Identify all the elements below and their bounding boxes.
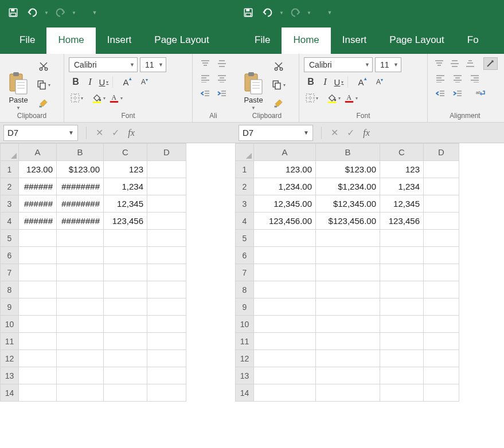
qat-customize-icon[interactable]: ▼ [321, 4, 338, 21]
cell[interactable] [316, 247, 380, 264]
cell[interactable] [147, 264, 186, 281]
redo-dropdown-icon[interactable]: ▼ [71, 4, 77, 21]
cell[interactable] [316, 333, 380, 350]
cell[interactable] [380, 281, 424, 298]
name-box[interactable]: D7▼ [3, 125, 78, 141]
column-header[interactable]: C [380, 144, 424, 161]
font-name-combo[interactable]: Calibri▼ [69, 57, 138, 72]
cancel-formula-button[interactable]: ✕ [326, 127, 342, 138]
cell[interactable] [424, 247, 459, 264]
cell[interactable] [104, 230, 147, 247]
column-header[interactable]: C [104, 144, 147, 161]
cell[interactable] [19, 264, 57, 281]
cell[interactable] [424, 367, 459, 384]
cell[interactable]: 12,345 [104, 195, 147, 213]
cell[interactable]: 12,345.00 [254, 195, 316, 213]
cell[interactable] [424, 264, 459, 281]
row-header[interactable]: 10 [1, 316, 19, 333]
select-all-corner[interactable] [1, 144, 19, 161]
cell[interactable] [380, 367, 424, 384]
cell[interactable] [424, 333, 459, 350]
row-header[interactable]: 5 [1, 230, 19, 247]
align-left-button[interactable] [432, 72, 448, 85]
tab-home[interactable]: Home [46, 27, 95, 54]
row-header[interactable]: 10 [236, 316, 254, 333]
cell[interactable] [380, 384, 424, 402]
cell[interactable] [147, 247, 186, 264]
row-header[interactable]: 11 [236, 333, 254, 350]
font-name-combo[interactable]: Calibri▼ [304, 57, 373, 72]
cut-button[interactable] [36, 60, 52, 73]
cell[interactable]: $123,456.00 [316, 213, 380, 230]
bold-button[interactable]: B [304, 76, 318, 88]
cell[interactable] [380, 247, 424, 264]
cell[interactable]: $1,234.00 [316, 178, 380, 195]
undo-dropdown-icon[interactable]: ▼ [44, 4, 49, 21]
cell[interactable] [104, 281, 147, 298]
fill-color-button[interactable]: ▾ [91, 92, 107, 104]
row-header[interactable]: 13 [236, 367, 254, 384]
align-middle-button[interactable] [448, 57, 462, 70]
tab-formulas-cut[interactable]: Fo [456, 27, 482, 54]
cell[interactable]: 123 [104, 161, 147, 178]
cell[interactable]: $123.00 [316, 161, 380, 178]
align-left-button[interactable] [197, 72, 213, 85]
row-header[interactable]: 9 [236, 298, 254, 316]
spreadsheet-grid-left[interactable]: ABCD 1123.00$123.001232##############1,2… [0, 143, 186, 402]
cut-button[interactable] [271, 60, 287, 73]
cell[interactable] [316, 264, 380, 281]
row-header[interactable]: 12 [236, 350, 254, 367]
cell[interactable] [19, 298, 57, 316]
cell[interactable]: $12,345.00 [316, 195, 380, 213]
cell[interactable] [316, 281, 380, 298]
font-size-combo[interactable]: 11▼ [140, 57, 166, 72]
insert-function-button[interactable]: fx [358, 128, 374, 138]
format-painter-button[interactable] [271, 97, 287, 109]
cell[interactable] [19, 281, 57, 298]
cell[interactable] [424, 195, 459, 213]
row-header[interactable]: 2 [236, 178, 254, 195]
cell[interactable] [147, 178, 186, 195]
redo-dropdown-icon[interactable]: ▼ [306, 4, 312, 21]
cell[interactable] [254, 281, 316, 298]
row-header[interactable]: 11 [1, 333, 19, 350]
cell[interactable]: ######## [57, 195, 104, 213]
cell[interactable] [104, 384, 147, 402]
cell[interactable] [424, 384, 459, 402]
cell[interactable] [104, 247, 147, 264]
cell[interactable] [316, 350, 380, 367]
cell[interactable] [19, 316, 57, 333]
cell[interactable] [424, 298, 459, 316]
cell[interactable]: 123.00 [19, 161, 57, 178]
tab-file[interactable]: File [243, 27, 282, 54]
row-header[interactable]: 4 [236, 213, 254, 230]
row-header[interactable]: 6 [1, 247, 19, 264]
cell[interactable] [104, 316, 147, 333]
row-header[interactable]: 3 [1, 195, 19, 213]
cell[interactable] [254, 350, 316, 367]
cell[interactable]: ######## [57, 178, 104, 195]
cell[interactable] [104, 367, 147, 384]
tab-insert[interactable]: Insert [331, 27, 378, 54]
cell[interactable]: 123,456.00 [254, 213, 316, 230]
tab-page-layout[interactable]: Page Layout [143, 27, 220, 54]
cell[interactable] [380, 350, 424, 367]
redo-button[interactable] [52, 4, 69, 21]
row-header[interactable]: 5 [236, 230, 254, 247]
cell[interactable] [57, 264, 104, 281]
tab-insert[interactable]: Insert [96, 27, 143, 54]
cell[interactable] [147, 316, 186, 333]
undo-button[interactable] [259, 4, 276, 21]
cell[interactable] [254, 230, 316, 247]
cell[interactable] [147, 195, 186, 213]
tab-file[interactable]: File [8, 27, 46, 54]
cell[interactable] [316, 384, 380, 402]
row-header[interactable]: 9 [1, 298, 19, 316]
row-header[interactable]: 14 [1, 384, 19, 402]
cell[interactable] [57, 367, 104, 384]
cell[interactable] [147, 213, 186, 230]
fill-color-button[interactable]: ▾ [326, 92, 342, 104]
cell[interactable] [147, 161, 186, 178]
cell[interactable] [424, 161, 459, 178]
copy-button[interactable]: ▾ [271, 78, 287, 91]
